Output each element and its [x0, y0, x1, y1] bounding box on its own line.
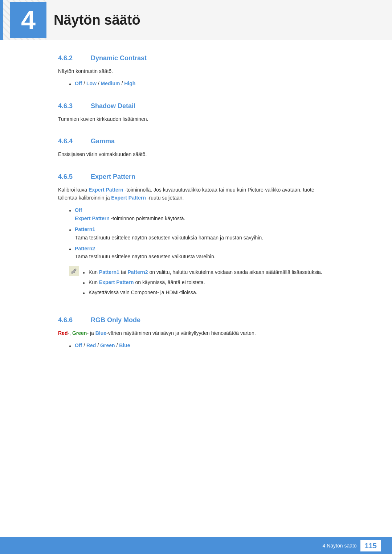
note-item-1: ● Kun Pattern1 tai Pattern2 on valittu, … [83, 268, 334, 276]
notes-list: ● Kun Pattern1 tai Pattern2 on valittu, … [83, 268, 334, 297]
option-low: Low [86, 81, 97, 86]
section-462-bullets: ● Off / Low / Medium / High [69, 79, 334, 87]
option-pattern2-label: Pattern2 [75, 246, 95, 251]
section-466-heading: 4.6.6 RGB Only Mode [58, 316, 334, 324]
section-464-title: Gamma [91, 138, 115, 145]
notes-content: ● Kun Pattern1 tai Pattern2 on valittu, … [83, 265, 334, 300]
bullet-dot: ● [69, 81, 71, 87]
option-red: Red [86, 342, 96, 348]
option-text: Off / Low / Medium / High [75, 79, 135, 87]
expert-pattern-ref2: Expert Pattern [111, 195, 146, 201]
note-item-2: ● Kun Expert Pattern on käynnissä, ääntä… [83, 278, 334, 286]
section-463-number: 4.6.3 [58, 102, 83, 110]
chapter-number: 4 [10, 2, 46, 38]
list-item-off: ● Off Expert Pattern -toiminnon poistami… [69, 206, 334, 222]
option-green: Green [100, 342, 115, 348]
notes-box: ● Kun Pattern1 tai Pattern2 on valittu, … [69, 265, 334, 300]
section-465-body: Kalibroi kuva Expert Pattern -toiminnoll… [58, 186, 334, 202]
option-off-label: Off [75, 207, 82, 213]
section-465-bullets: ● Off Expert Pattern -toiminnon poistami… [69, 206, 334, 260]
option-blue: Blue [119, 342, 130, 348]
bullet-dot: ● [69, 246, 71, 252]
page-content: 4.6.2 Dynamic Contrast Näytön kontrastin… [0, 54, 392, 382]
page-header: 4 Näytön säätö [0, 0, 392, 40]
section-466-title: RGB Only Mode [91, 316, 140, 324]
bullet-dot: ● [83, 290, 85, 296]
section-465-heading: 4.6.5 Expert Pattern [58, 173, 334, 181]
option-medium: Medium [101, 81, 120, 86]
section-462-heading: 4.6.2 Dynamic Contrast [58, 54, 334, 62]
option-off-desc: Expert Pattern -toiminnon poistaminen kä… [75, 216, 185, 221]
section-464-heading: 4.6.4 Gamma [58, 138, 334, 145]
footer-chapter-label: 4 Näytön säätö [322, 543, 356, 549]
note-icon [69, 266, 79, 276]
option-off: Off [75, 81, 82, 86]
section-466-body: Red-, Green- ja Blue-värien näyttäminen … [58, 329, 334, 337]
section-465-title: Expert Pattern [91, 173, 135, 181]
section-463-body: Tummien kuvien kirkkauden lisääminen. [58, 115, 334, 123]
bullet-dot: ● [69, 343, 71, 349]
expert-pattern-ref1: Expert Pattern [89, 187, 123, 193]
section-466-number: 4.6.6 [58, 316, 83, 324]
section-462-title: Dynamic Contrast [91, 54, 147, 62]
page-footer: 4 Näytön säätö 115 [0, 537, 392, 554]
list-item-pattern2: ● Pattern2 Tämä testiruutu esittelee näy… [69, 245, 334, 261]
section-464-number: 4.6.4 [58, 138, 83, 145]
section-465-number: 4.6.5 [58, 173, 83, 181]
section-463-title: Shadow Detail [91, 102, 135, 110]
option-high: High [124, 81, 135, 86]
option-off: Off [75, 342, 82, 348]
list-item-rgb: ● Off / Red / Green / Blue [69, 341, 334, 349]
rgb-green: Green [72, 330, 87, 336]
section-462-body: Näytön kontrastin säätö. [58, 67, 334, 75]
option-pattern2-desc: Tämä testiruutu esittelee näytön asetust… [75, 254, 216, 259]
rgb-red: Red [58, 330, 68, 336]
section-464-body: Ensisijaisen värin voimakkuuden säätö. [58, 150, 334, 158]
chapter-title: Näytön säätö [54, 12, 140, 28]
footer-page-number: 115 [360, 540, 381, 551]
bullet-dot: ● [69, 208, 71, 214]
pencil-icon [71, 268, 77, 274]
section-462-number: 4.6.2 [58, 54, 83, 62]
option-pattern1-desc: Tämä testiruutu esittelee näytön asetust… [75, 235, 263, 241]
section-463-heading: 4.6.3 Shadow Detail [58, 102, 334, 110]
bullet-dot: ● [69, 227, 71, 233]
list-item: ● Off / Low / Medium / High [69, 79, 334, 87]
option-pattern1-label: Pattern1 [75, 226, 95, 232]
list-item-pattern1: ● Pattern1 Tämä testiruutu esittelee näy… [69, 225, 334, 242]
section-466-bullets: ● Off / Red / Green / Blue [69, 341, 334, 349]
rgb-blue: Blue [95, 330, 106, 336]
option-text: Off / Red / Green / Blue [75, 341, 130, 349]
bullet-dot: ● [83, 280, 85, 286]
bullet-dot: ● [83, 270, 85, 276]
note-item-3: ● Käytettävissä vain Component- ja HDMI-… [83, 288, 334, 296]
